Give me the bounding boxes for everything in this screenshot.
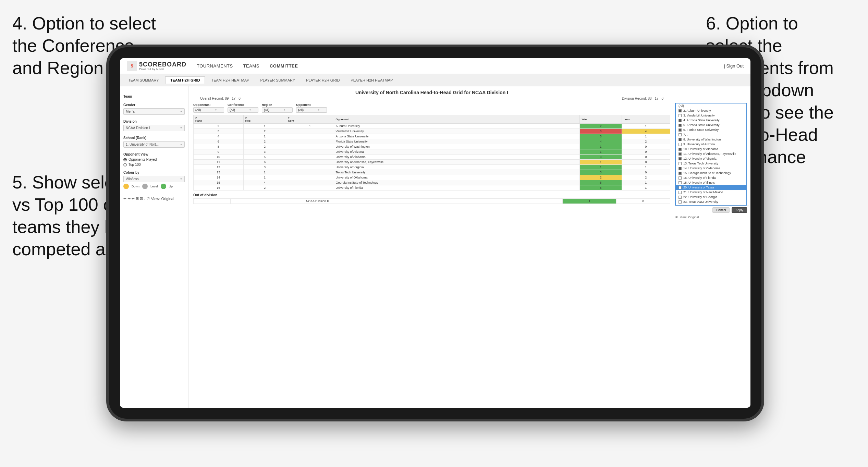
cell-conf: [286, 134, 334, 139]
dropdown-item[interactable]: 6. Florida State University: [676, 127, 746, 132]
dropdown-item[interactable]: 11. University of Arkansas, Fayetteville: [676, 151, 746, 156]
table-row: 15 4 Georgia Institute of Technology 5 1: [194, 180, 670, 185]
opponents-played-label: Opponents Played: [129, 158, 157, 161]
dropdown-item[interactable]: 15. Georgia Institute of Technology: [676, 171, 746, 175]
checkbox[interactable]: [678, 124, 682, 127]
checkbox[interactable]: [678, 157, 682, 160]
tab-team-summary[interactable]: TEAM SUMMARY: [123, 77, 164, 84]
opponent-dropdown[interactable]: (All)2. Auburn University3. Vanderbilt U…: [675, 103, 747, 206]
table-row: 13 1 Texas Tech University 3 0: [194, 170, 670, 175]
checkbox[interactable]: [678, 181, 682, 184]
tab-player-h2h-heatmap[interactable]: PLAYER H2H HEATMAP: [346, 77, 398, 84]
cancel-button[interactable]: Cancel: [712, 207, 730, 213]
dropdown-item-label: 3. Vanderbilt University: [683, 114, 715, 117]
app-header: 5 5COREBOARD Powered by Meed TOURNAMENTS…: [120, 58, 750, 74]
apply-button[interactable]: Apply: [732, 207, 747, 213]
dropdown-item[interactable]: 12. University of Virginia: [676, 156, 746, 161]
tab-player-h2h-grid[interactable]: PLAYER H2H GRID: [301, 77, 344, 84]
nav-tournaments[interactable]: TOURNAMENTS: [197, 62, 233, 70]
radio-opponents-played-btn[interactable]: [123, 158, 127, 161]
dropdown-item[interactable]: 20. University of Texas: [676, 185, 746, 190]
checkbox[interactable]: [678, 143, 682, 146]
checkbox[interactable]: [678, 148, 682, 151]
checkbox[interactable]: [678, 138, 682, 141]
table-row: 10 5 University of Alabama 3 0: [194, 155, 670, 160]
checkbox[interactable]: [678, 186, 682, 189]
cell-reg: 1: [243, 175, 286, 180]
dropdown-item[interactable]: 3. Vanderbilt University: [676, 113, 746, 118]
checkbox[interactable]: [678, 176, 682, 180]
dropdown-item[interactable]: 4. Arizona State University: [676, 118, 746, 123]
tab-h2h-grid[interactable]: TEAM H2H GRID: [165, 76, 205, 84]
nav-signout[interactable]: | Sign Out: [724, 63, 744, 69]
checkbox[interactable]: [678, 196, 682, 199]
cell-opponent: Auburn University: [334, 124, 580, 129]
dropdown-item[interactable]: 16. University of Florida: [676, 175, 746, 180]
opponent-filter-select[interactable]: (All): [296, 107, 327, 113]
toolbar-icon-redo[interactable]: ↪: [127, 196, 131, 201]
dropdown-item[interactable]: 13. Texas Tech University: [676, 161, 746, 166]
dropdown-item[interactable]: 14. University of Oklahoma: [676, 166, 746, 171]
gender-dropdown[interactable]: Men's: [123, 108, 185, 115]
opponent-filter-group: Opponent (All): [296, 103, 327, 113]
checkbox[interactable]: [678, 152, 682, 156]
dropdown-item[interactable]: 23. Texas A&M University: [676, 199, 746, 204]
toolbar-icon-4[interactable]: ⊞: [136, 196, 139, 201]
checkbox[interactable]: [678, 162, 682, 165]
tab-player-summary[interactable]: PLAYER SUMMARY: [255, 77, 300, 84]
cell-win: 1: [580, 149, 622, 155]
cell-win: 1: [580, 165, 622, 170]
dropdown-item[interactable]: 18. University of Illinois: [676, 180, 746, 185]
nav-committee[interactable]: COMMITTEE: [270, 62, 298, 70]
radio-opponents-played[interactable]: Opponents Played: [123, 158, 185, 161]
toolbar-icon-3[interactable]: ↩: [132, 196, 135, 201]
col-opponent: Opponent: [334, 115, 580, 124]
checkbox[interactable]: [678, 191, 682, 194]
dropdown-item[interactable]: 8. University of Washington: [676, 137, 746, 142]
cell-rank: 4: [194, 134, 244, 139]
checkbox[interactable]: [678, 167, 682, 170]
colour-dropdown[interactable]: Win/loss: [123, 176, 185, 182]
dropdown-item[interactable]: 21. University of New Mexico: [676, 190, 746, 195]
tab-h2h-heatmap[interactable]: TEAM H2H HEATMAP: [206, 77, 254, 84]
checkbox[interactable]: [678, 200, 682, 204]
cell-rank: 12: [194, 165, 244, 170]
cell-win: 1: [580, 160, 622, 165]
checkbox[interactable]: [678, 128, 682, 132]
checkbox[interactable]: [678, 109, 682, 112]
dropdown-item[interactable]: 9. University of Arizona: [676, 142, 746, 147]
toolbar-icon-clock[interactable]: ⏱: [146, 197, 150, 201]
radio-top100-btn[interactable]: [123, 163, 127, 167]
school-dropdown[interactable]: 1. University of Nort...: [123, 141, 185, 148]
dropdown-item[interactable]: 10. University of Alabama: [676, 147, 746, 151]
cell-loss: 0: [622, 155, 670, 160]
checkbox[interactable]: [678, 114, 682, 117]
region-filter-label: Region: [262, 103, 293, 107]
opponents-filter-label: Opponents:: [193, 103, 224, 107]
gender-section: Gender Men's: [123, 103, 185, 115]
checkbox[interactable]: [678, 133, 682, 136]
toolbar-icon-5[interactable]: ⊡: [140, 196, 143, 201]
dropdown-item[interactable]: (All): [676, 103, 746, 108]
colour-level: [142, 184, 148, 189]
cell-opponent: Georgia Institute of Technology: [334, 180, 580, 185]
dropdown-item[interactable]: 2. Auburn University: [676, 108, 746, 113]
cell-rank: 15: [194, 180, 244, 185]
region-filter-select[interactable]: (All): [262, 107, 293, 113]
conference-filter-select[interactable]: (All): [228, 107, 258, 113]
dropdown-item[interactable]: 5. Arizona State University: [676, 123, 746, 127]
opponents-filter-select[interactable]: (All): [193, 107, 224, 113]
table-row: 16 2 University of Florida 5 1: [194, 185, 670, 191]
division-dropdown[interactable]: NCAA Division I: [123, 125, 185, 131]
checkbox[interactable]: [678, 172, 682, 175]
table-row: 4 1 Arizona State University 5 1: [194, 134, 670, 139]
dropdown-item[interactable]: 7. .: [676, 132, 746, 137]
radio-top100[interactable]: Top 100: [123, 163, 185, 167]
opponent-view-label: Opponent View: [123, 152, 185, 156]
toolbar-icon-6[interactable]: -: [144, 197, 145, 201]
checkbox[interactable]: [678, 119, 682, 122]
dropdown-item-label: 22. University of Georgia: [683, 195, 717, 199]
dropdown-item[interactable]: 22. University of Georgia: [676, 195, 746, 199]
nav-teams[interactable]: TEAMS: [243, 62, 259, 70]
toolbar-icon-undo[interactable]: ↩: [123, 196, 126, 201]
